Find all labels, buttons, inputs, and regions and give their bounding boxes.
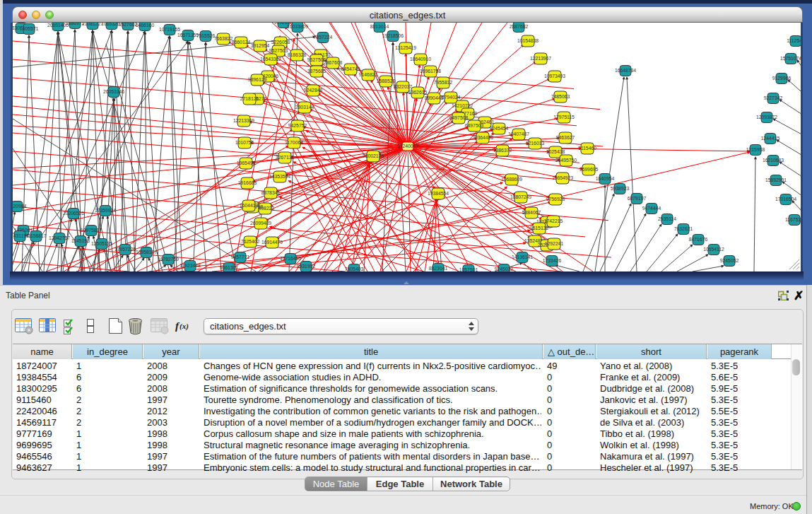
- svg-text:16671355: 16671355: [177, 33, 199, 37]
- svg-text:1604413: 1604413: [240, 203, 259, 208]
- svg-text:1167534: 1167534: [785, 217, 801, 222]
- svg-text:9245032: 9245032: [495, 267, 514, 271]
- svg-text:19218506: 19218506: [382, 33, 404, 38]
- svg-text:8186328: 8186328: [288, 52, 307, 57]
- svg-text:9245052: 9245052: [720, 258, 739, 263]
- svg-text:11156817: 11156817: [25, 233, 46, 238]
- svg-text:2887682: 2887682: [510, 24, 529, 29]
- svg-text:9457771: 9457771: [231, 255, 250, 259]
- svg-text:7857224: 7857224: [314, 35, 333, 40]
- svg-text:20206526: 20206526: [63, 211, 84, 216]
- svg-text:19654923: 19654923: [552, 175, 573, 180]
- svg-text:1215958: 1215958: [746, 147, 765, 152]
- svg-text:5884067: 5884067: [522, 210, 541, 215]
- svg-text:21081227: 21081227: [82, 23, 103, 26]
- svg-text:13125419: 13125419: [395, 45, 416, 50]
- svg-text:1244415: 1244415: [761, 136, 780, 141]
- svg-text:5226058: 5226058: [271, 40, 290, 45]
- svg-text:6466160: 6466160: [136, 23, 155, 28]
- svg-text:3267130: 3267130: [276, 155, 295, 160]
- svg-text:9146821: 9146821: [359, 72, 378, 77]
- svg-text:7632621: 7632621: [674, 226, 693, 231]
- svg-text:16782759: 16782759: [158, 257, 179, 262]
- svg-text:15692991: 15692991: [765, 177, 787, 182]
- svg-text:1640954: 1640954: [596, 176, 615, 181]
- svg-text:9527503: 9527503: [269, 48, 288, 53]
- svg-text:7515526: 7515526: [196, 33, 216, 38]
- svg-text:1112543: 1112543: [787, 38, 801, 43]
- svg-text:7955812: 7955812: [434, 80, 453, 85]
- svg-text:7605403: 7605403: [345, 267, 364, 271]
- svg-text:8931992: 8931992: [297, 264, 316, 269]
- svg-text:15751074: 15751074: [780, 56, 801, 61]
- svg-text:9227342: 9227342: [764, 95, 783, 100]
- svg-text:18640910: 18640910: [410, 57, 431, 62]
- svg-text:10975887: 10975887: [81, 228, 102, 233]
- svg-text:2718126: 2718126: [240, 96, 259, 101]
- svg-text:9756928: 9756928: [546, 197, 565, 201]
- svg-text:10958107: 10958107: [136, 250, 157, 255]
- svg-text:26053346: 26053346: [103, 89, 124, 94]
- svg-text:16210643: 16210643: [763, 158, 784, 163]
- svg-text:9061301: 9061301: [220, 265, 239, 270]
- svg-text:1405571: 1405571: [20, 26, 39, 31]
- svg-text:2935114: 2935114: [658, 216, 676, 221]
- svg-text:16914479: 16914479: [261, 240, 283, 245]
- svg-text:26099489: 26099489: [250, 221, 271, 226]
- svg-text:8471676: 8471676: [689, 237, 708, 242]
- svg-text:16543362: 16543362: [260, 57, 281, 62]
- svg-text:9474444: 9474444: [642, 206, 661, 211]
- svg-text:20364486: 20364486: [472, 135, 493, 140]
- svg-text:10688609: 10688609: [501, 177, 522, 182]
- svg-text:6497508: 6497508: [449, 115, 469, 120]
- svg-text:10973493: 10973493: [544, 74, 565, 78]
- svg-text:9425752: 9425752: [288, 123, 307, 128]
- svg-text:7386372: 7386372: [493, 148, 512, 153]
- svg-text:14210722: 14210722: [452, 103, 473, 108]
- svg-text:16648784: 16648784: [615, 68, 636, 73]
- svg-text:6794024: 6794024: [442, 95, 461, 100]
- svg-text:12213369: 12213369: [233, 118, 254, 123]
- svg-text:3875685: 3875685: [307, 69, 326, 74]
- svg-text:9896129: 9896129: [248, 77, 267, 82]
- svg-text:1615132: 1615132: [530, 226, 549, 230]
- svg-text:1733426: 1733426: [543, 258, 562, 263]
- svg-text:1527602: 1527602: [119, 23, 138, 27]
- svg-text:18807249: 18807249: [510, 194, 531, 199]
- svg-text:17240007: 17240007: [397, 144, 418, 148]
- svg-text:6497503: 6497503: [465, 123, 484, 128]
- svg-text:10407487: 10407487: [508, 132, 529, 136]
- svg-text:9129966: 9129966: [772, 76, 792, 81]
- svg-text:(x): (x): [180, 322, 189, 331]
- svg-text:17975115: 17975115: [553, 115, 575, 119]
- svg-text:17957225: 17957225: [114, 247, 136, 252]
- svg-text:26495750: 26495750: [555, 158, 577, 163]
- svg-text:12093872: 12093872: [756, 115, 777, 119]
- svg-text:12505135: 12505135: [91, 241, 112, 246]
- svg-text:8245454: 8245454: [490, 126, 509, 131]
- svg-text:17016504: 17016504: [775, 197, 796, 201]
- svg-text:16033809: 16033809: [287, 24, 308, 29]
- svg-text:16961758: 16961758: [420, 69, 441, 74]
- svg-text:9242848: 9242848: [304, 88, 323, 93]
- svg-text:9699695: 9699695: [579, 167, 599, 172]
- svg-text:1742215: 1742215: [544, 218, 563, 223]
- svg-text:1170063: 1170063: [285, 140, 303, 145]
- svg-text:5938923: 5938923: [611, 186, 630, 191]
- svg-text:6216013: 6216013: [526, 141, 545, 146]
- svg-text:1362615: 1362615: [408, 90, 428, 95]
- svg-text:1292241: 1292241: [545, 241, 564, 246]
- svg-text:1965498: 1965498: [237, 160, 256, 165]
- svg-text:7663822: 7663822: [214, 36, 233, 41]
- svg-text:8990448: 8990448: [425, 95, 444, 100]
- svg-text:14353594: 14353594: [269, 174, 290, 179]
- svg-text:14136141: 14136141: [512, 255, 533, 259]
- svg-text:7625402: 7625402: [241, 239, 260, 244]
- svg-text:8454749: 8454749: [341, 66, 360, 71]
- svg-text:1916683: 1916683: [238, 180, 257, 185]
- svg-text:12942757: 12942757: [49, 235, 70, 240]
- svg-text:6879197: 6879197: [628, 196, 647, 201]
- svg-text:8878341: 8878341: [261, 190, 281, 195]
- svg-text:10719155: 10719155: [159, 27, 180, 32]
- svg-text:8813014: 8813014: [370, 24, 389, 29]
